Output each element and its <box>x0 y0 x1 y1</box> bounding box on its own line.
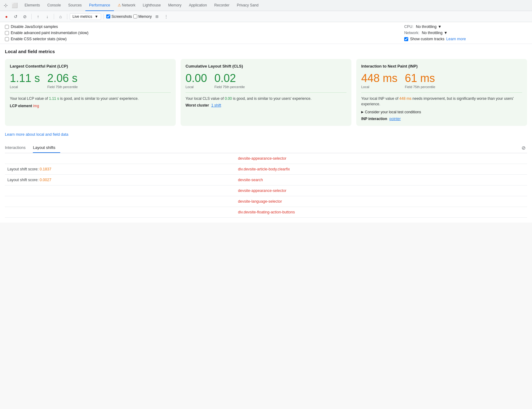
memory-checkbox[interactable] <box>133 14 137 18</box>
shift-selector-link-5[interactable]: devsite-language-selector <box>238 199 282 204</box>
learn-more-link-settings[interactable]: Learn more <box>446 37 466 41</box>
tab-application[interactable]: Application <box>185 0 211 11</box>
shift-score-val-3: 0.0027 <box>40 178 51 182</box>
triangle-icon: ▶ <box>361 110 364 114</box>
cls-worst-value[interactable]: 1 shift <box>211 103 221 107</box>
shift-score-empty-4 <box>5 185 236 196</box>
metric-cards: Largest Contentful Paint (LCP) 1.11 s Lo… <box>5 59 527 126</box>
lcp-title: Largest Contentful Paint (LCP) <box>10 64 171 68</box>
shift-selector-link-4[interactable]: devsite-appearance-selector <box>238 189 287 193</box>
shift-score-empty-1 <box>5 153 236 164</box>
shift-selector-link-3[interactable]: devsite-search <box>238 178 263 182</box>
tab-interactions[interactable]: Interactions <box>5 143 30 153</box>
shift-selector-link-2[interactable]: div.devsite-article-body.clearfix <box>238 167 290 171</box>
cls-detail-row: Worst cluster 1 shift <box>186 103 346 107</box>
disable-js-setting[interactable]: Disable JavaScript samples <box>5 25 404 29</box>
cls-title: Cumulative Layout Shift (CLS) <box>186 64 346 68</box>
cpu-throttle-select[interactable]: No throttling ▼ <box>416 25 442 29</box>
table-row: div.devsite-floating-action-buttons <box>5 207 527 217</box>
inp-card: Interaction to Next Paint (INP) 448 ms L… <box>356 59 527 126</box>
cls-card: Cumulative Layout Shift (CLS) 0.00 Local… <box>181 59 351 126</box>
advanced-paint-setting[interactable]: Enable advanced paint instrumentation (s… <box>5 31 404 35</box>
table-row: devsite-appearance-selector <box>5 153 527 164</box>
tab-network[interactable]: ⚠Network <box>114 0 139 11</box>
cpu-row: CPU: No throttling ▼ <box>404 25 442 29</box>
network-warn-icon: ⚠ <box>118 3 121 7</box>
lcp-element-label: LCP element <box>10 104 32 108</box>
table-row: devsite-appearance-selector <box>5 185 527 196</box>
network-row: Network: No throttling ▼ <box>404 31 448 35</box>
toolbar: ● ↺ ⊘ ↑ ↓ ⌂ Live metrics ▼ Screenshots M… <box>0 11 532 22</box>
clear-button[interactable]: ⊘ <box>520 144 527 151</box>
pointer-icon[interactable]: ⊹ <box>1 1 10 10</box>
css-selector-setting[interactable]: Enable CSS selector stats (slow) <box>5 37 404 41</box>
extra-settings-button[interactable]: ⊞ <box>153 13 161 21</box>
tab-privacy-sand[interactable]: Privacy Sand <box>233 0 262 11</box>
live-metrics-select[interactable]: Live metrics ▼ <box>70 13 101 20</box>
cls-field-label: Field 75th percentile <box>214 85 245 89</box>
cls-local-value: 0.00 <box>186 72 207 84</box>
tab-lighthouse[interactable]: Lighthouse <box>139 0 165 11</box>
section-title: Local and field metrics <box>5 49 527 54</box>
shift-score-val-2: 0.1837 <box>40 167 51 171</box>
record-button[interactable]: ● <box>2 13 10 21</box>
lcp-description: Your local LCP value of 1.11 s is good, … <box>10 96 171 101</box>
inp-consider-row: ▶ Consider your local test conditions <box>361 110 522 114</box>
inp-divider <box>361 92 522 93</box>
css-selector-checkbox[interactable] <box>5 37 9 41</box>
screenshots-checkbox[interactable] <box>106 14 110 18</box>
cls-values: 0.00 Local 0.02 Field 75th percentile <box>186 72 346 89</box>
shift-selector-link-1[interactable]: devsite-appearance-selector <box>238 156 287 161</box>
tab-memory[interactable]: Memory <box>165 0 185 11</box>
cls-worst-label: Worst cluster <box>186 103 209 107</box>
inp-desc-value: 448 ms <box>399 96 413 101</box>
memory-checkbox-label[interactable]: Memory <box>133 14 152 19</box>
lcp-field-value: 2.06 s <box>47 72 78 84</box>
tab-elements[interactable]: Elements <box>21 0 44 11</box>
network-chevron: ▼ <box>444 31 448 35</box>
lcp-desc-prefix: Your local LCP value of <box>10 96 48 101</box>
shift-selector-2: div.devsite-article-body.clearfix <box>236 164 527 174</box>
cls-desc-prefix: Your local CLS value of <box>186 96 224 101</box>
learn-more-field-link[interactable]: Learn more about local and field data <box>5 132 68 137</box>
lcp-desc-value: 1.11 s <box>49 96 60 101</box>
tab-sources[interactable]: Sources <box>65 0 85 11</box>
lcp-local-label: Local <box>10 85 40 89</box>
shift-score-empty-6 <box>5 207 236 217</box>
shift-selector-link-6[interactable]: div.devsite-floating-action-buttons <box>238 210 295 214</box>
screenshots-checkbox-label[interactable]: Screenshots <box>106 14 132 19</box>
more-settings-button[interactable]: ⋮ <box>162 13 170 21</box>
shift-score-prefix-2: Layout shift score: <box>7 167 38 171</box>
lcp-desc-suffix: is good, and is similar to your users' e… <box>60 96 139 101</box>
css-selector-label: Enable CSS selector stats (slow) <box>11 37 67 41</box>
tab-recorder[interactable]: Recorder <box>211 0 233 11</box>
download-button[interactable]: ↓ <box>43 13 51 21</box>
live-metrics-label: Live metrics <box>72 14 92 19</box>
upload-button[interactable]: ↑ <box>34 13 42 21</box>
tab-performance[interactable]: Performance <box>85 0 114 11</box>
lcp-local-group: 1.11 s Local <box>10 72 40 89</box>
home-button[interactable]: ⌂ <box>57 13 65 21</box>
lcp-local-value: 1.11 s <box>10 72 40 84</box>
inp-field-group: 61 ms Field 75th percentile <box>405 72 435 89</box>
tab-layout-shifts[interactable]: Layout shifts <box>33 143 60 153</box>
nav-icons: ⊹ ⬜ <box>1 1 19 10</box>
layout-shifts-table: devsite-appearance-selector Layout shift… <box>5 153 527 218</box>
inp-interaction-value[interactable]: pointer <box>389 117 401 121</box>
main-content: Local and field metrics Largest Contentf… <box>0 44 532 223</box>
toolbar-separator-3 <box>67 14 67 19</box>
stop-button[interactable]: ⊘ <box>21 13 29 21</box>
network-throttle-select[interactable]: No throttling ▼ <box>422 31 448 35</box>
disable-js-checkbox[interactable] <box>5 25 9 29</box>
network-throttle-value: No throttling <box>422 31 442 35</box>
refresh-button[interactable]: ↺ <box>12 13 20 21</box>
device-icon[interactable]: ⬜ <box>10 1 19 10</box>
shift-selector-3: devsite-search <box>236 174 527 185</box>
advanced-paint-checkbox[interactable] <box>5 31 9 35</box>
devtools-nav: ⊹ ⬜ Elements Console Sources Performance… <box>0 0 532 11</box>
show-custom-checkbox[interactable] <box>404 37 408 41</box>
inp-local-label: Local <box>361 85 397 89</box>
tab-console[interactable]: Console <box>44 0 65 11</box>
toolbar-separator-1 <box>31 14 32 19</box>
cls-description: Your local CLS value of 0.00 is good, an… <box>186 96 346 101</box>
